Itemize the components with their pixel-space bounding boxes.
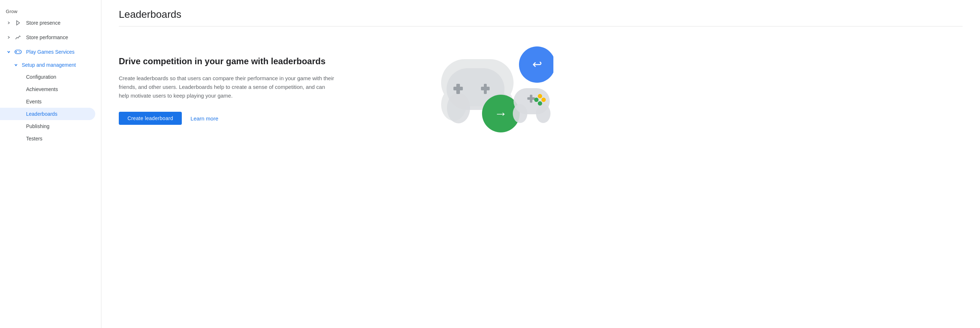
page-title: Leaderboards	[119, 9, 963, 20]
submenu-item-testers[interactable]: Testers	[0, 133, 95, 145]
illustration-svg: ↩ →	[430, 34, 554, 150]
play-games-submenu: Setup and management Configuration Achie…	[0, 59, 101, 145]
svg-marker-0	[17, 21, 19, 25]
chevron-down-icon-pgs	[6, 49, 11, 55]
svg-point-25	[538, 94, 542, 98]
content-area: Drive competition in your game with lead…	[119, 41, 554, 150]
sidebar-item-play-games-services[interactable]: Play Games Services	[0, 45, 95, 59]
title-divider	[119, 26, 963, 27]
text-section: Drive competition in your game with lead…	[119, 41, 336, 125]
svg-point-22	[536, 104, 550, 123]
svg-point-5	[19, 52, 20, 53]
svg-point-21	[513, 104, 527, 123]
store-presence-label: Store presence	[26, 20, 60, 26]
store-presence-icon	[14, 19, 22, 27]
play-games-icon	[14, 48, 22, 56]
setup-management-label: Setup and management	[22, 62, 76, 68]
svg-text:↩: ↩	[532, 58, 542, 71]
svg-point-27	[538, 101, 542, 106]
svg-text:→: →	[494, 106, 508, 121]
main-content: Leaderboards Drive competition in your g…	[102, 0, 980, 328]
drive-competition-title: Drive competition in your game with lead…	[119, 56, 336, 67]
create-leaderboard-button[interactable]: Create leaderboard	[119, 112, 182, 125]
submenu-items-list: Configuration Achievements Events Leader…	[0, 71, 101, 145]
submenu-item-configuration[interactable]: Configuration	[0, 71, 95, 83]
learn-more-button[interactable]: Learn more	[191, 115, 218, 122]
setup-management-header[interactable]: Setup and management	[0, 59, 101, 71]
svg-point-10	[447, 93, 470, 123]
submenu-item-achievements[interactable]: Achievements	[0, 83, 95, 95]
store-performance-icon	[14, 34, 22, 41]
svg-rect-24	[527, 97, 535, 100]
drive-description: Create leaderboards so that users can co…	[119, 74, 336, 100]
submenu-item-leaderboards[interactable]: Leaderboards	[0, 108, 95, 120]
play-games-services-label: Play Games Services	[26, 49, 75, 55]
chevron-right-icon	[6, 20, 11, 26]
submenu-item-publishing[interactable]: Publishing	[0, 120, 95, 133]
sidebar-item-store-performance[interactable]: Store performance	[0, 30, 95, 45]
action-buttons: Create leaderboard Learn more	[119, 112, 336, 125]
grow-section-label: Grow	[0, 6, 101, 16]
svg-point-4	[19, 51, 19, 52]
svg-rect-15	[481, 87, 490, 90]
submenu-item-events[interactable]: Events	[0, 95, 95, 108]
sidebar-item-store-presence[interactable]: Store presence	[0, 16, 95, 30]
store-performance-label: Store performance	[26, 34, 68, 40]
leaderboard-illustration: ↩ →	[430, 34, 554, 150]
chevron-right-icon-perf	[6, 34, 11, 40]
sidebar: Grow Store presence Store performance	[0, 0, 102, 328]
svg-rect-13	[453, 87, 463, 90]
svg-point-28	[541, 98, 546, 102]
svg-point-26	[534, 98, 539, 102]
chevron-down-icon-setup	[13, 62, 19, 68]
